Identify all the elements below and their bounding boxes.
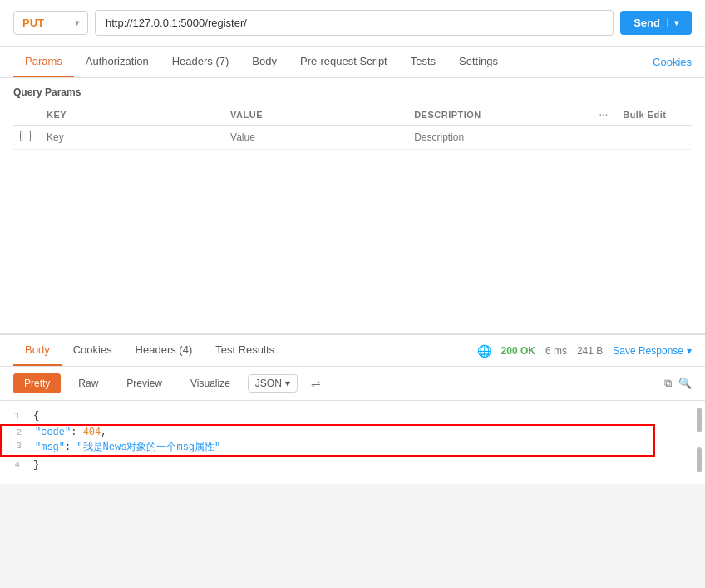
line-num-1: 1	[0, 410, 33, 421]
tab-tests[interactable]: Tests	[399, 47, 447, 77]
tab-params[interactable]: Params	[13, 47, 74, 77]
json-chevron-icon: ▾	[285, 378, 290, 389]
tab-body[interactable]: Body	[240, 47, 288, 77]
highlight-box: 2 "code": 404, 3 "msg": "我是News对象的一个msg属…	[0, 424, 655, 457]
line-num-3: 3	[2, 440, 35, 451]
search-icon[interactable]: 🔍	[678, 377, 692, 390]
format-tab-preview[interactable]: Preview	[116, 373, 173, 393]
key-input[interactable]	[47, 131, 217, 143]
line3-key: "msg"	[35, 442, 65, 453]
line-content-2: "code": 404,	[35, 427, 653, 438]
method-label: PUT	[22, 17, 44, 29]
code-line-3: 3 "msg": "我是News对象的一个msg属性"	[2, 439, 653, 455]
response-body: 1 { 2 "code": 404, 3 "msg": "我是News对象的一个…	[0, 401, 705, 484]
save-response-chevron-icon: ▾	[687, 345, 692, 357]
format-tabs-bar: Pretty Raw Preview Visualize JSON ▾ ⇌ ⧉ …	[0, 367, 705, 401]
response-section: Body Cookies Headers (4) Test Results 🌐 …	[0, 333, 705, 484]
scrollbar-thumb-top[interactable]	[697, 408, 702, 432]
copy-icon[interactable]: ⧉	[664, 377, 672, 390]
table-row	[13, 126, 692, 150]
cookies-button[interactable]: Cookies	[653, 47, 692, 77]
filter-icon[interactable]: ⇌	[311, 377, 321, 390]
query-params-label: Query Params	[13, 86, 692, 105]
bulk-edit-button[interactable]: Bulk Edit	[616, 105, 692, 126]
col-key: KEY	[40, 105, 224, 126]
tab-prerequest[interactable]: Pre-request Script	[288, 47, 399, 77]
line2-key: "code"	[35, 427, 71, 438]
col-description: DESCRIPTION	[407, 105, 591, 126]
top-bar: PUT ▾ Send ▾	[0, 0, 705, 47]
url-input[interactable]	[95, 10, 614, 36]
params-table: KEY VALUE DESCRIPTION ··· Bulk Edit	[13, 105, 692, 150]
query-params-section: Query Params KEY VALUE DESCRIPTION ··· B…	[0, 78, 705, 150]
line-content-3: "msg": "我是News对象的一个msg属性"	[35, 440, 653, 454]
json-format-label: JSON	[255, 378, 282, 389]
json-format-selector[interactable]: JSON ▾	[248, 374, 298, 393]
send-chevron-icon: ▾	[667, 18, 678, 27]
tab-authorization[interactable]: Authorization	[74, 47, 160, 77]
code-line-1: 1 {	[0, 409, 705, 422]
request-tabs-bar: Params Authorization Headers (7) Body Pr…	[0, 47, 705, 78]
response-tab-test-results[interactable]: Test Results	[204, 335, 286, 366]
status-badge: 200 OK	[501, 345, 535, 357]
response-size: 241 B	[577, 345, 603, 357]
globe-icon: 🌐	[477, 344, 491, 358]
tab-settings[interactable]: Settings	[447, 47, 510, 77]
line2-value: 404	[83, 427, 101, 438]
response-tab-headers[interactable]: Headers (4)	[124, 335, 205, 366]
code-line-4: 4 }	[0, 458, 705, 472]
col-actions: ···	[591, 105, 616, 126]
empty-area	[0, 150, 705, 333]
format-tab-raw[interactable]: Raw	[67, 373, 109, 393]
response-time: 6 ms	[545, 345, 567, 357]
code-area: 1 { 2 "code": 404, 3 "msg": "我是News对象的一个…	[0, 401, 705, 484]
method-select[interactable]: PUT ▾	[13, 11, 88, 35]
line-num-2: 2	[2, 427, 35, 437]
line3-value: "我是News对象的一个msg属性"	[76, 442, 220, 453]
value-input[interactable]	[230, 131, 401, 143]
method-chevron-icon: ▾	[75, 18, 79, 27]
response-meta: 🌐 200 OK 6 ms 241 B Save Response ▾	[477, 344, 692, 358]
response-tabs-bar: Body Cookies Headers (4) Test Results 🌐 …	[0, 335, 705, 367]
tab-headers[interactable]: Headers (7)	[160, 47, 241, 77]
format-tab-visualize[interactable]: Visualize	[180, 373, 241, 393]
row-checkbox[interactable]	[20, 131, 31, 141]
response-tab-body[interactable]: Body	[13, 335, 62, 366]
send-button[interactable]: Send ▾	[620, 11, 692, 35]
scrollbar-thumb-bottom[interactable]	[697, 447, 702, 472]
line-content-1: {	[33, 410, 705, 422]
code-line-2: 2 "code": 404,	[2, 426, 653, 439]
send-label: Send	[634, 17, 660, 29]
line-content-4: }	[33, 459, 705, 471]
format-tab-pretty[interactable]: Pretty	[13, 373, 61, 393]
line-num-4: 4	[0, 459, 33, 470]
scrollbar-track	[697, 401, 702, 484]
description-input[interactable]	[414, 131, 584, 143]
response-tab-cookies[interactable]: Cookies	[62, 335, 124, 366]
col-value: VALUE	[224, 105, 407, 126]
save-response-button[interactable]: Save Response ▾	[613, 345, 692, 357]
format-icons: ⧉ 🔍	[664, 377, 692, 390]
